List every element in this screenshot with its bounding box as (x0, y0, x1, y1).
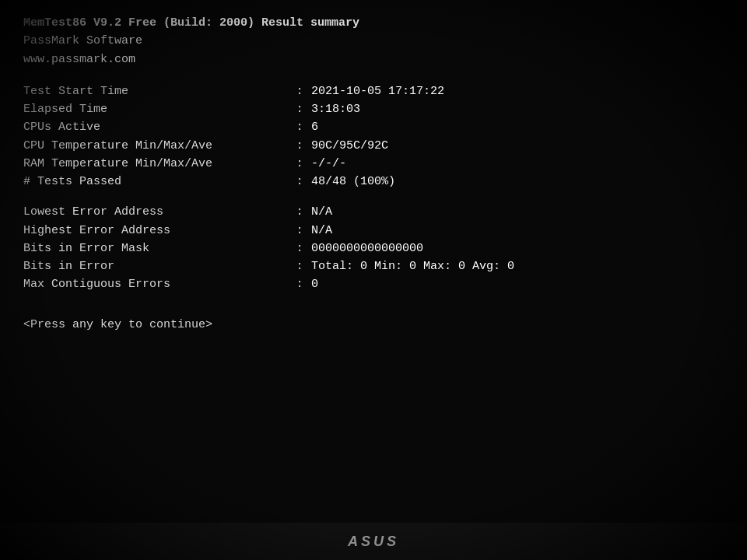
table-row: RAM Temperature Min/Max/Ave : -/-/- (23, 155, 724, 173)
row-label: Lowest Error Address (23, 203, 288, 221)
table-row: Elapsed Time : 3:18:03 (23, 100, 724, 118)
row-label: CPU Temperature Min/Max/Ave (23, 137, 288, 155)
table-row: Test Start Time : 2021-10-05 17:17:22 (23, 82, 724, 100)
row-colon: : (288, 118, 311, 136)
table-row: Max Contiguous Errors : 0 (23, 275, 724, 293)
row-colon: : (288, 82, 311, 100)
row-value: -/-/- (311, 155, 346, 173)
table-row: CPUs Active : 6 (23, 118, 724, 136)
row-colon: : (288, 155, 311, 173)
row-label: Bits in Error (23, 257, 288, 275)
error-section: Lowest Error Address : N/A Highest Error… (23, 203, 724, 293)
row-label: Elapsed Time (23, 100, 288, 118)
row-value: 6 (311, 118, 318, 136)
row-colon: : (288, 275, 311, 293)
row-label: Test Start Time (23, 82, 288, 100)
row-colon: : (288, 100, 311, 118)
table-row: Bits in Error : Total: 0 Min: 0 Max: 0 A… (23, 257, 724, 275)
row-value: 3:18:03 (311, 100, 360, 118)
row-colon: : (288, 240, 311, 257)
table-row: Bits in Error Mask : 0000000000000000 (23, 240, 724, 257)
row-value: N/A (311, 222, 332, 240)
bottom-bar: ASUS (0, 523, 747, 560)
row-value: N/A (311, 203, 332, 221)
company-line: PassMark Software (23, 32, 724, 50)
terminal-output: MemTest86 V9.2 Free (Build: 2000) Result… (0, 0, 747, 349)
screen: MemTest86 V9.2 Free (Build: 2000) Result… (0, 0, 747, 560)
row-label: RAM Temperature Min/Max/Ave (23, 155, 288, 173)
row-colon: : (288, 222, 311, 240)
row-colon: : (288, 203, 311, 221)
row-value: 48/48 (100%) (311, 173, 395, 191)
url-line: www.passmark.com (23, 51, 724, 68)
info-section: Test Start Time : 2021-10-05 17:17:22 El… (23, 82, 724, 191)
row-label: Highest Error Address (23, 222, 288, 240)
asus-logo: ASUS (348, 534, 399, 550)
table-row: CPU Temperature Min/Max/Ave : 90C/95C/92… (23, 137, 724, 155)
row-label: CPUs Active (23, 118, 288, 136)
row-colon: : (288, 137, 311, 155)
table-row: Highest Error Address : N/A (23, 222, 724, 240)
row-label: # Tests Passed (23, 173, 288, 191)
row-value: 90C/95C/92C (311, 137, 388, 155)
press-key-prompt[interactable]: <Press any key to continue> (23, 316, 724, 334)
row-label: Bits in Error Mask (23, 240, 288, 257)
row-value: 0 (311, 275, 318, 293)
row-value: 0000000000000000 (311, 240, 423, 257)
table-row: Lowest Error Address : N/A (23, 203, 724, 221)
title-line: MemTest86 V9.2 Free (Build: 2000) Result… (23, 14, 724, 32)
table-row: # Tests Passed : 48/48 (100%) (23, 173, 724, 191)
row-value: Total: 0 Min: 0 Max: 0 Avg: 0 (311, 257, 514, 275)
row-colon: : (288, 173, 311, 191)
row-label: Max Contiguous Errors (23, 275, 288, 293)
row-value: 2021-10-05 17:17:22 (311, 82, 444, 100)
row-colon: : (288, 257, 311, 275)
